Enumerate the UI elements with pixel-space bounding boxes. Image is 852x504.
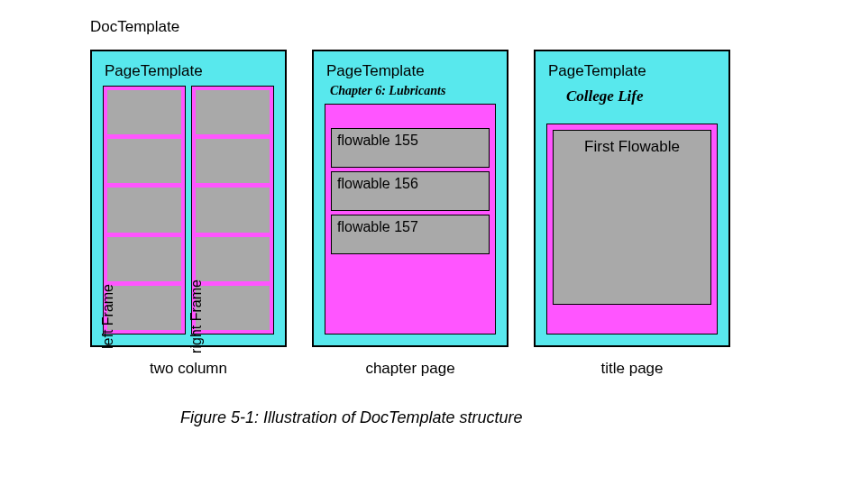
page-template-header: PageTemplate (548, 62, 718, 80)
spacer (331, 258, 490, 326)
left-frame: left Frame (103, 86, 186, 334)
spacer (331, 112, 490, 124)
page-template-title: PageTemplate College Life First Flowable (534, 50, 730, 347)
flowable-block (196, 237, 270, 281)
flowable-box: flowable 156 (331, 171, 490, 211)
title-wrapper: PageTemplate College Life First Flowable… (534, 50, 730, 378)
right-frame: right Frame (191, 86, 274, 334)
first-flowable: First Flowable (553, 130, 711, 305)
flowable-block (196, 90, 270, 134)
page-template-two-column: PageTemplate left Frame right Frame (90, 50, 287, 347)
chapter-frame: flowable 155 flowable 156 flowable 157 (325, 104, 496, 334)
figure-caption: Figure 5-1: Illustration of DocTemplate … (180, 408, 852, 427)
two-column-container: left Frame right Frame (103, 86, 274, 334)
chapter-subtitle: Chapter 6: Lubricants (330, 84, 496, 98)
flowable-box: flowable 155 (331, 128, 490, 168)
left-frame-label: left Frame (136, 284, 152, 349)
doc-template-title: DocTemplate (90, 18, 852, 36)
templates-row: PageTemplate left Frame right Frame (90, 50, 852, 378)
page-template-header: PageTemplate (105, 62, 274, 80)
flowable-block (107, 237, 181, 281)
flowable-block (196, 188, 270, 232)
two-column-caption: two column (150, 360, 227, 378)
chapter-caption: chapter page (365, 360, 454, 378)
chapter-wrapper: PageTemplate Chapter 6: Lubricants flowa… (312, 50, 508, 378)
title-subtitle: College Life (566, 87, 718, 105)
title-caption: title page (601, 360, 664, 378)
page-template-chapter: PageTemplate Chapter 6: Lubricants flowa… (312, 50, 508, 347)
title-frame: First Flowable (546, 124, 718, 334)
flowable-block (107, 188, 181, 232)
flowable-block (196, 139, 270, 183)
flowable-box: flowable 157 (331, 215, 490, 254)
flowable-block (107, 139, 181, 183)
two-column-wrapper: PageTemplate left Frame right Frame (90, 50, 287, 378)
page-template-header: PageTemplate (326, 62, 496, 80)
right-frame-label: right Frame (224, 279, 241, 353)
flowable-block (107, 90, 181, 134)
